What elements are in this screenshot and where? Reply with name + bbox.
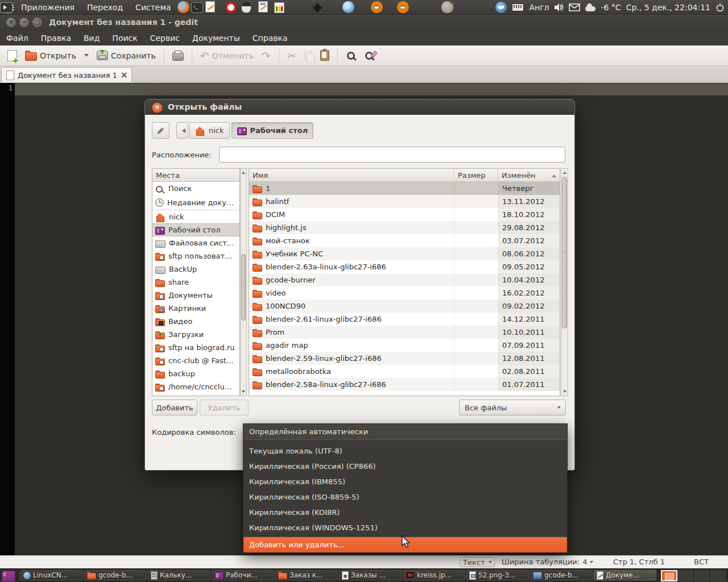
place-item[interactable]: BackUp [152,263,239,276]
scroll-up-icon[interactable] [241,169,246,175]
file-row[interactable]: halintf 13.11.2012 [249,195,560,208]
thunderbird-icon[interactable] [495,2,507,13]
mail-icon[interactable] [569,3,580,11]
clock-label[interactable]: Ср., 5 дек., 22:04:11 [626,3,710,12]
window-minimize-button[interactable]: − [19,17,30,28]
scroll-down-icon[interactable] [561,389,568,396]
power-icon[interactable] [715,3,725,12]
firefox-icon[interactable] [177,1,189,13]
menubar-item[interactable]: Поиск [106,34,143,43]
undo-button[interactable]: ↶ Отменить [197,48,257,63]
place-item[interactable]: Загрузки [152,328,239,341]
encoding-option[interactable]: Кириллическая (Россия) (CP866) [243,459,567,474]
place-item[interactable]: Видео [152,315,239,328]
save-button[interactable]: Сохранить [94,49,159,62]
cut-button[interactable]: ✂ [284,48,299,63]
path-segment-button[interactable]: nick [189,122,230,139]
opera-icon[interactable] [225,2,237,13]
file-row[interactable]: blender-2.59-linux-glibc27-i686 12.08.20… [249,352,560,365]
place-item[interactable]: sftp пользоват… [152,250,239,263]
place-item[interactable]: share [152,276,239,289]
scroll-up-icon[interactable] [561,169,568,175]
location-input[interactable] [219,147,565,163]
workspace-cell[interactable] [710,570,727,581]
places-scroll-thumb[interactable] [241,254,246,321]
text-editor-icon[interactable] [205,1,215,13]
encoding-option[interactable]: Определённая автоматически [243,424,567,440]
menubar-item[interactable]: Вид [77,34,106,43]
dialog-close-button[interactable]: × [152,102,163,113]
file-row[interactable]: gcode-burner 10.04.2012 [249,273,560,286]
files-scrollbar[interactable] [561,168,568,396]
taskbar-window-button[interactable]: Заказ к... [275,570,338,580]
file-row[interactable]: blender-2.61-linux-glibc27-i686 14.12.20… [249,313,560,326]
place-item[interactable]: nick [152,210,239,223]
taskbar-window-button[interactable]: Заказы ... [339,570,402,580]
add-bookmark-button[interactable]: Добавить [152,400,197,415]
tab-close-icon[interactable]: × [121,71,128,79]
taskbar-window-button[interactable]: gcode-b... [530,570,593,580]
place-item[interactable]: sftp на biograd.ru [152,341,239,354]
panel-menu-item[interactable]: Система [129,3,177,12]
redo-button[interactable]: ↷ [259,48,274,63]
place-item[interactable]: cnc-club @ Fast… [152,354,239,367]
menubar-item[interactable]: Документы [186,34,246,43]
stats-icon[interactable] [274,2,284,13]
workspace-cell[interactable] [661,570,677,581]
path-segment-button[interactable]: Рабочий стол [231,122,314,139]
terminal-run-icon[interactable] [0,2,13,13]
volume-icon[interactable] [554,3,564,12]
scroll-down-icon[interactable] [241,389,246,396]
file-row[interactable]: DCIM 18.10.2012 [249,208,560,221]
taskbar-window-button[interactable]: LinuxCN... [20,570,83,580]
panel-menu-item[interactable]: Переход [81,3,129,12]
taskbar-window-button[interactable]: kreiss.jp... [403,570,465,580]
window-maximize-button[interactable]: □ [32,17,43,28]
file-row[interactable]: мой-станок 03.07.2012 [249,234,560,247]
workspace-cell[interactable] [694,570,710,581]
gimp-icon[interactable] [441,1,453,13]
file-filter-combobox[interactable]: Все файлы [459,400,566,415]
file-row[interactable]: 100NCD90 09.02.2012 [249,300,560,313]
taskbar-window-button[interactable]: 52.png-3... [466,570,529,580]
paste-button[interactable] [317,48,332,63]
place-item[interactable]: Недавние доку… [152,195,239,210]
column-header-modified[interactable]: Изменён [498,169,560,182]
menubar-item[interactable]: Сервис [144,34,186,43]
taskbar-window-button[interactable]: Кальку... [148,570,210,580]
window-close-button[interactable]: × [6,17,16,28]
file-row[interactable]: highlight.js 29.08.2012 [249,221,560,234]
places-header[interactable]: Места [152,169,239,182]
blender-icon[interactable] [397,1,409,13]
encoding-option[interactable]: Кириллическая (WINDOWS-1251) [243,520,567,535]
file-row[interactable]: metalloobrabotka 02.08.2011 [249,365,560,378]
workspace-cell[interactable] [677,570,694,581]
keyboard-layout-icon[interactable] [512,3,524,11]
find-button[interactable] [343,49,359,63]
tab-document[interactable]: Документ без названия 1 × [1,67,132,82]
inkscape-icon[interactable] [312,1,323,13]
open-dropdown-button[interactable] [81,50,92,61]
blender-icon[interactable] [371,1,383,13]
place-item[interactable]: Картинки [152,302,239,315]
open-button[interactable]: Открыть [22,49,79,63]
temperature-label[interactable]: -6 °C [601,3,621,12]
taskbar-window-button[interactable]: Докуме... [594,570,656,580]
encoding-option[interactable]: Текущая локаль (UTF-8) [243,443,567,459]
file-row[interactable]: 1 Четверг [249,182,560,195]
files-scroll-thumb[interactable] [562,177,567,329]
taskbar-window-button[interactable]: Рабочи... [212,570,274,580]
file-row[interactable]: blender-2.58a-linux-glibc27-i686 01.07.2… [249,378,560,391]
copy-button[interactable] [301,49,315,62]
place-item[interactable]: /home/c/cncclu… [152,380,239,393]
path-back-button[interactable] [176,122,188,139]
tab-width-combobox[interactable]: Ширина табуляции: 4 [502,558,593,566]
menubar-item[interactable]: Справка [246,34,294,43]
places-scrollbar[interactable] [240,168,247,396]
encoding-option[interactable]: Кириллическая (KOI8R) [243,505,567,520]
show-desktop-button[interactable] [2,571,15,582]
column-header-name[interactable]: Имя [249,169,454,182]
remove-bookmark-button[interactable]: Удалить [200,400,249,415]
new-document-button[interactable] [5,48,20,63]
file-row[interactable]: Учебник PC-NC 08.06.2012 [249,247,560,260]
